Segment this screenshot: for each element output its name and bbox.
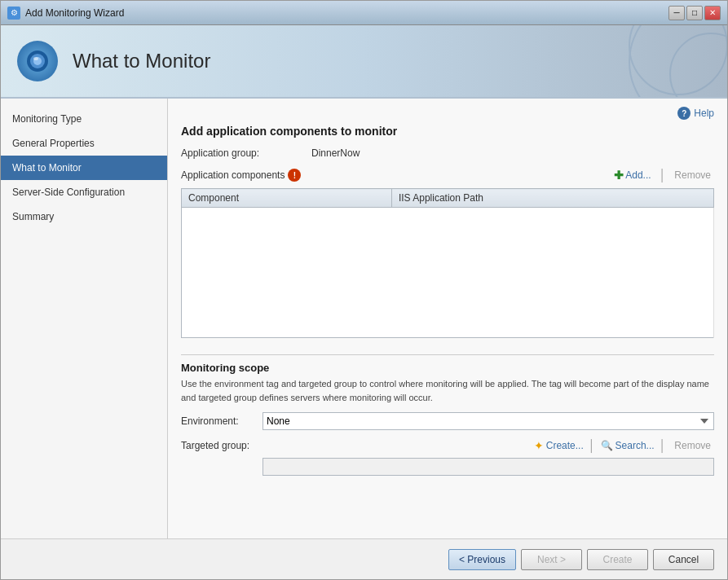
environment-row: Environment: None Dev Test Staging Produ… — [181, 412, 714, 430]
targeted-label: Targeted group: — [181, 440, 263, 451]
app-group-row: Application group: DinnerNow — [181, 147, 714, 159]
wizard-footer: < Previous Next > Create Cancel — [1, 538, 727, 579]
help-link[interactable]: ? Help — [677, 107, 714, 120]
title-bar: ⚙ Add Monitoring Wizard ─ □ ✕ — [1, 1, 727, 25]
components-toolbar: ✚ Add... │ Remove — [611, 167, 714, 183]
sidebar: Monitoring Type General Properties What … — [1, 99, 168, 538]
header-icon — [17, 41, 58, 81]
column-component: Component — [182, 189, 392, 208]
window-controls: ─ □ ✕ — [668, 6, 721, 20]
environment-select[interactable]: None Dev Test Staging Production — [263, 412, 714, 430]
sidebar-item-server-side[interactable]: Server-Side Configuration — [1, 180, 167, 204]
svg-point-0 — [629, 25, 727, 99]
maximize-button[interactable]: □ — [686, 6, 703, 20]
svg-point-1 — [629, 25, 727, 94]
targeted-field — [263, 458, 714, 476]
monitoring-scope: Monitoring scope Use the environment tag… — [181, 354, 714, 476]
create-button-footer[interactable]: Create — [587, 549, 648, 570]
search-icon: 🔍 — [601, 440, 613, 451]
add-icon: ✚ — [614, 169, 624, 182]
app-components-header: Application components ! ✚ Add... │ Remo… — [181, 167, 714, 183]
main-content: ? Help Add application components to mon… — [168, 99, 727, 538]
header-title: What to Monitor — [73, 50, 210, 72]
cancel-button[interactable]: Cancel — [653, 549, 714, 570]
wizard-window: ⚙ Add Monitoring Wizard ─ □ ✕ What to Mo… — [0, 0, 728, 580]
search-button[interactable]: 🔍 Search... — [601, 440, 655, 451]
help-row: ? Help — [181, 107, 714, 120]
scope-title: Monitoring scope — [181, 354, 714, 374]
sidebar-item-summary[interactable]: Summary — [1, 204, 167, 229]
sidebar-item-what-to-monitor[interactable]: What to Monitor — [1, 156, 167, 180]
create-icon: ✦ — [534, 439, 544, 452]
sidebar-item-monitoring-type[interactable]: Monitoring Type — [1, 107, 167, 131]
separator2: │ — [589, 439, 596, 452]
targeted-group-row: Targeted group: ✦ Create... │ 🔍 Search..… — [181, 438, 714, 453]
targeted-toolbar: ✦ Create... │ 🔍 Search... │ Remove — [263, 438, 714, 453]
remove-button[interactable]: Remove — [671, 168, 714, 182]
window-icon: ⚙ — [7, 7, 20, 20]
close-button[interactable]: ✕ — [704, 6, 721, 20]
section-title: Add application components to monitor — [181, 125, 714, 138]
separator3: │ — [660, 439, 667, 452]
minimize-button[interactable]: ─ — [668, 6, 685, 20]
app-components-label: Application components ! — [181, 169, 611, 182]
wizard-body: Monitoring Type General Properties What … — [1, 99, 727, 538]
svg-point-6 — [33, 57, 38, 60]
wizard-header: What to Monitor — [1, 25, 727, 99]
next-button[interactable]: Next > — [521, 549, 582, 570]
help-icon: ? — [677, 107, 690, 120]
separator: │ — [660, 169, 667, 182]
create-button[interactable]: ✦ Create... — [534, 439, 584, 452]
error-icon: ! — [288, 169, 301, 182]
svg-point-2 — [670, 33, 727, 99]
add-button[interactable]: ✚ Add... — [611, 167, 654, 183]
table-empty-area — [182, 208, 714, 338]
sidebar-item-general-properties[interactable]: General Properties — [1, 131, 167, 156]
column-iis-path: IIS Application Path — [391, 189, 713, 208]
targeted-field-area — [263, 458, 714, 476]
remove-targeted-button[interactable]: Remove — [671, 438, 714, 453]
window-title: Add Monitoring Wizard — [25, 7, 668, 19]
scope-description: Use the environment tag and targeted gro… — [181, 377, 714, 404]
components-table: Component IIS Application Path — [181, 188, 714, 338]
app-group-label: Application group: — [181, 147, 311, 159]
previous-button[interactable]: < Previous — [448, 549, 516, 570]
env-label: Environment: — [181, 415, 263, 427]
app-group-value: DinnerNow — [311, 147, 360, 159]
